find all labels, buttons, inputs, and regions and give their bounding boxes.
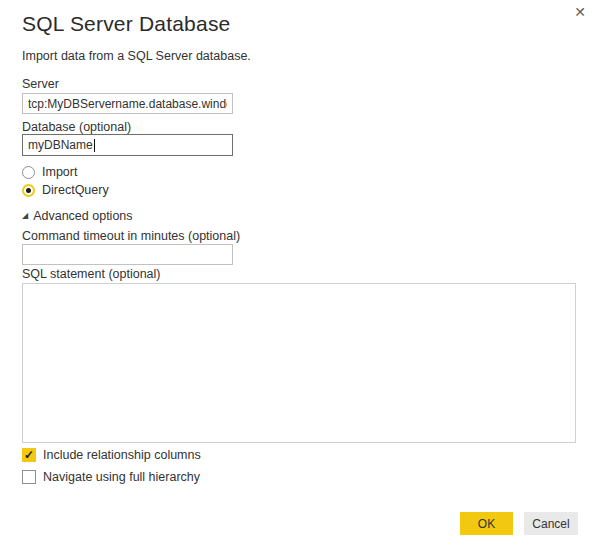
sql-statement-label: SQL statement (optional) <box>22 267 161 281</box>
radio-directquery-label: DirectQuery <box>42 183 109 197</box>
database-input[interactable]: myDBName <box>22 134 233 156</box>
text-caret <box>94 139 95 152</box>
checkbox-label: Navigate using full hierarchy <box>43 470 200 484</box>
database-input-value: myDBName <box>28 138 93 152</box>
dialog-subtitle: Import data from a SQL Server database. <box>22 49 251 63</box>
sql-statement-textarea[interactable] <box>22 283 576 443</box>
radio-import[interactable]: Import <box>22 165 77 179</box>
checkbox-navigate-full-hierarchy[interactable]: Navigate using full hierarchy <box>22 470 200 484</box>
advanced-options-label: Advanced options <box>33 209 132 223</box>
command-timeout-label: Command timeout in minutes (optional) <box>22 229 240 243</box>
radio-import-label: Import <box>42 165 77 179</box>
command-timeout-input[interactable] <box>22 244 233 265</box>
server-label: Server <box>22 77 59 91</box>
radio-selected-icon <box>22 184 35 197</box>
checkbox-label: Include relationship columns <box>43 448 201 462</box>
expander-triangle-icon: ◢ <box>22 212 28 220</box>
checkmark-icon: ✓ <box>24 449 34 461</box>
advanced-options-toggle[interactable]: ◢ Advanced options <box>22 209 133 223</box>
sql-server-database-dialog: ✕ SQL Server Database Import data from a… <box>0 0 600 556</box>
page-title: SQL Server Database <box>22 12 230 36</box>
cancel-button[interactable]: Cancel <box>524 512 578 535</box>
unchecked-checkbox-icon <box>22 470 36 484</box>
ok-button[interactable]: OK <box>460 512 513 535</box>
radio-unselected-icon <box>22 166 35 179</box>
close-icon[interactable]: ✕ <box>574 5 586 19</box>
checked-checkbox-icon: ✓ <box>22 448 36 462</box>
database-label: Database (optional) <box>22 120 131 134</box>
checkbox-include-relationship-columns[interactable]: ✓ Include relationship columns <box>22 448 201 462</box>
radio-directquery[interactable]: DirectQuery <box>22 183 109 197</box>
server-input[interactable] <box>22 93 233 114</box>
